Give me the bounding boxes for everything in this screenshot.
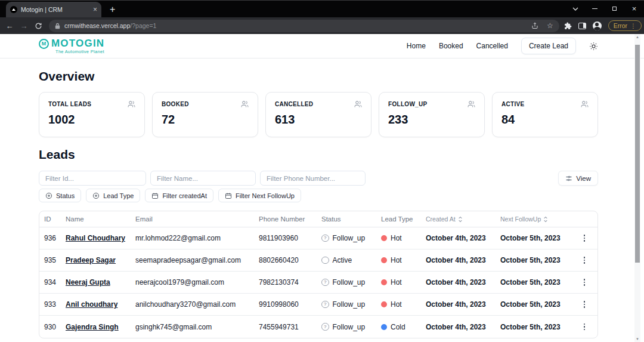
created-at-filter-button[interactable]: Filter createdAt bbox=[145, 189, 213, 202]
new-tab-button[interactable]: + bbox=[110, 5, 115, 14]
cell-phone: 8802660420 bbox=[254, 256, 317, 264]
cell-status: Follow_up bbox=[317, 323, 376, 331]
table-row[interactable]: 935 Pradeep Sagar seemapradeepsagar@gmai… bbox=[39, 249, 597, 272]
window-maximize-button[interactable] bbox=[605, 5, 624, 12]
nav-booked[interactable]: Booked bbox=[439, 42, 463, 50]
window-close-button[interactable]: × bbox=[624, 5, 644, 13]
col-next-followup[interactable]: Next FollowUp bbox=[496, 215, 570, 223]
url-host: crmwithease.vercel.app bbox=[64, 22, 130, 29]
users-icon bbox=[241, 100, 249, 108]
reload-button[interactable] bbox=[31, 21, 45, 30]
nav-cancelled[interactable]: Cancelled bbox=[476, 42, 508, 50]
row-actions-button[interactable] bbox=[570, 279, 598, 286]
table-body: 936 Rahul Choudhary mr.lohmod222@gmail.c… bbox=[39, 227, 597, 338]
cell-next-followup: October 5th, 2023 bbox=[496, 234, 570, 242]
table-header-row: ID Name Email Phone Number Status Lead T… bbox=[39, 211, 597, 227]
row-actions-button[interactable] bbox=[570, 235, 598, 242]
stat-cards: TOTAL LEADS 1002 BOOKED 72 CANCELLED 613… bbox=[39, 92, 598, 137]
site-header: M MOTOGIN The Automotive Planet Home Boo… bbox=[0, 34, 644, 58]
users-icon bbox=[467, 100, 475, 108]
status-icon bbox=[321, 279, 329, 286]
lead-type-dot bbox=[381, 324, 387, 330]
cell-next-followup: October 5th, 2023 bbox=[496, 300, 570, 309]
extensions-icon[interactable] bbox=[564, 22, 572, 30]
row-actions-button[interactable] bbox=[570, 323, 598, 331]
cell-lead-type: Hot bbox=[376, 234, 421, 242]
cell-phone: 9910998060 bbox=[254, 300, 317, 309]
tab-favicon-icon bbox=[10, 6, 17, 13]
profile-avatar[interactable] bbox=[593, 21, 602, 30]
share-icon[interactable] bbox=[531, 22, 538, 29]
create-lead-button[interactable]: Create Lead bbox=[521, 38, 576, 54]
stat-card-cancelled: CANCELLED 613 bbox=[265, 92, 371, 137]
lead-name-link[interactable]: Rahul Choudhary bbox=[66, 234, 125, 242]
forward-button[interactable]: → bbox=[17, 21, 31, 30]
tab-title: Motogin | CRM bbox=[21, 6, 89, 13]
filter-phone-input[interactable] bbox=[260, 171, 366, 186]
stat-card-follow-up: FOLLOW_UP 233 bbox=[379, 92, 485, 137]
scroll-up-icon[interactable]: ▲ bbox=[634, 35, 640, 39]
cell-name: Rahul Choudhary bbox=[61, 234, 131, 242]
cell-id: 935 bbox=[39, 256, 61, 264]
theme-toggle-sun-icon[interactable] bbox=[589, 42, 598, 51]
lead-type-dot bbox=[381, 257, 387, 263]
cell-status: Follow_up bbox=[317, 234, 376, 242]
calendar-icon bbox=[151, 192, 159, 199]
stat-card-active: ACTIVE 84 bbox=[492, 92, 598, 137]
col-created-at[interactable]: Created At bbox=[421, 215, 496, 223]
table-row[interactable]: 930 Gajendra Singh gsinghk745@gmail.com … bbox=[39, 316, 597, 338]
tab-close-icon[interactable]: × bbox=[93, 6, 97, 13]
nav-home[interactable]: Home bbox=[407, 42, 426, 50]
cell-next-followup: October 5th, 2023 bbox=[496, 256, 570, 264]
bookmark-star-icon[interactable]: ☆ bbox=[547, 21, 553, 30]
status-icon bbox=[321, 323, 329, 331]
browser-menu-icon[interactable]: ⋮ bbox=[630, 23, 636, 29]
cell-created-at: October 4th, 2023 bbox=[421, 323, 496, 331]
col-lead-type: Lead Type bbox=[376, 215, 421, 223]
scrollbar-thumb[interactable] bbox=[635, 45, 640, 263]
error-badge[interactable]: Error ⋮ bbox=[608, 20, 642, 31]
users-icon bbox=[354, 100, 362, 108]
col-email: Email bbox=[131, 215, 254, 223]
filter-name-input[interactable] bbox=[150, 171, 256, 186]
row-actions-button[interactable] bbox=[570, 257, 598, 264]
next-followup-filter-button[interactable]: Filter Next FollowUp bbox=[218, 189, 301, 202]
cell-created-at: October 4th, 2023 bbox=[421, 278, 496, 286]
side-panel-icon[interactable] bbox=[578, 23, 586, 29]
browser-tab[interactable]: Motogin | CRM × bbox=[6, 2, 101, 17]
cell-lead-type: Hot bbox=[376, 278, 421, 286]
stat-card-total-leads: TOTAL LEADS 1002 bbox=[39, 92, 145, 137]
table-row[interactable]: 936 Rahul Choudhary mr.lohmod222@gmail.c… bbox=[39, 227, 597, 249]
calendar-icon bbox=[225, 192, 232, 199]
users-icon bbox=[128, 100, 135, 108]
stat-card-booked: BOOKED 72 bbox=[152, 92, 258, 137]
page-scrollbar[interactable]: ▲ ▼ bbox=[634, 34, 640, 342]
sliders-icon bbox=[565, 175, 572, 182]
status-filter-button[interactable]: Status bbox=[39, 189, 81, 202]
cell-next-followup: October 5th, 2023 bbox=[496, 278, 570, 286]
cell-email: mr.lohmod222@gmail.com bbox=[131, 234, 254, 242]
logo-icon: M bbox=[39, 39, 49, 49]
cell-email: anilchoudhary3270@gmail.com bbox=[131, 300, 254, 309]
lead-type-filter-button[interactable]: Lead Type bbox=[86, 189, 140, 202]
back-button[interactable]: ← bbox=[2, 21, 17, 30]
table-row[interactable]: 934 Neeraj Gupta neerajcool1979@gmail.co… bbox=[39, 272, 597, 294]
scroll-down-icon[interactable]: ▼ bbox=[634, 337, 640, 341]
lead-name-link[interactable]: Gajendra Singh bbox=[66, 323, 119, 331]
lead-name-link[interactable]: Pradeep Sagar bbox=[66, 256, 116, 264]
lead-name-link[interactable]: Neeraj Gupta bbox=[66, 278, 110, 286]
cell-created-at: October 4th, 2023 bbox=[421, 256, 496, 264]
plus-circle-icon bbox=[92, 192, 100, 199]
address-bar[interactable]: crmwithease.vercel.app/?page=1 ☆ bbox=[49, 20, 559, 32]
view-button[interactable]: View bbox=[558, 171, 598, 186]
users-icon bbox=[581, 100, 589, 108]
lead-name-link[interactable]: Anil choudhary bbox=[66, 300, 117, 309]
filter-id-input[interactable] bbox=[39, 171, 146, 186]
row-actions-button[interactable] bbox=[570, 301, 598, 308]
browser-tab-strip: Motogin | CRM × + × bbox=[0, 0, 644, 17]
window-menu-icon[interactable] bbox=[565, 5, 585, 12]
logo[interactable]: M MOTOGIN The Automotive Planet bbox=[39, 38, 104, 54]
table-row[interactable]: 933 Anil choudhary anilchoudhary3270@gma… bbox=[39, 294, 597, 316]
window-minimize-button[interactable] bbox=[585, 5, 605, 12]
main-nav: Home Booked Cancelled Create Lead bbox=[407, 38, 598, 54]
